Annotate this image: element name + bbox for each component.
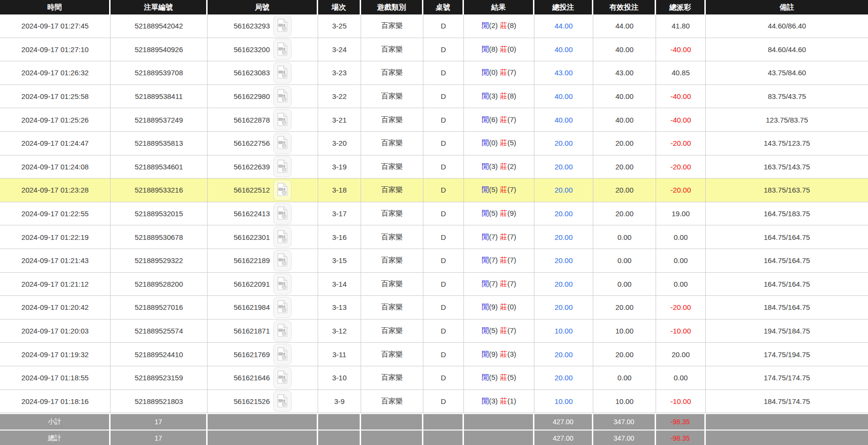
remark-cell: 163.75/143.75 <box>706 155 868 179</box>
time-cell: 2024-09-17 01:22:19 <box>0 225 111 249</box>
video-replay-button[interactable] <box>273 320 292 342</box>
video-replay-button[interactable] <box>273 156 292 177</box>
table-header: 時間注單編號局號場次遊戲類別桌號結果總投注有效投注總派彩備註 <box>0 0 868 14</box>
table-no-cell: D <box>423 225 464 249</box>
total-bet-link[interactable]: 40.00 <box>555 45 573 54</box>
player-points: (3) <box>489 92 498 101</box>
video-file-icon <box>277 370 288 385</box>
round-id-cell: 561621984 <box>208 296 318 319</box>
video-file-icon <box>277 136 288 151</box>
round-id-cell: 561621526 <box>208 390 318 413</box>
video-replay-button[interactable] <box>273 367 292 389</box>
banker-label: 莊 <box>500 92 507 101</box>
video-file-icon <box>277 42 288 57</box>
player-label: 閒 <box>482 303 489 312</box>
banker-points: (3) <box>507 350 516 359</box>
total-bet-cell: 40.00 <box>534 85 593 108</box>
game-type-cell: 百家樂 <box>361 108 423 131</box>
table-row[interactable]: 2024-09-17 01:18:55521889523159561621646… <box>0 366 868 390</box>
total-payout-cell: 0.00 <box>656 273 706 296</box>
video-file-icon <box>277 230 288 245</box>
session-cell: 3-25 <box>318 14 361 38</box>
table-row[interactable]: 2024-09-17 01:20:42521889527016561621984… <box>0 296 868 320</box>
total-bet-link[interactable]: 20.00 <box>555 256 573 264</box>
time-cell: 2024-09-17 01:24:47 <box>0 132 111 155</box>
player-points: (2) <box>489 21 498 30</box>
round-id-cell: 561622189 <box>208 249 318 272</box>
table-row[interactable]: 2024-09-17 01:25:58521889538411561622980… <box>0 85 868 109</box>
player-points: (9) <box>489 303 498 312</box>
table-row[interactable]: 2024-09-17 01:25:26521889537249561622878… <box>0 108 868 132</box>
table-row[interactable]: 2024-09-17 01:27:45521889542042561623293… <box>0 14 868 38</box>
time-cell: 2024-09-17 01:20:03 <box>0 320 111 343</box>
video-replay-button[interactable] <box>273 62 292 83</box>
video-replay-button[interactable] <box>273 390 292 412</box>
total-bet-link[interactable]: 20.00 <box>555 233 573 241</box>
table-row[interactable]: 2024-09-17 01:23:28521889533216561622512… <box>0 179 868 202</box>
total-bet-link[interactable]: 20.00 <box>555 374 573 382</box>
round-id-value: 561622639 <box>234 163 270 171</box>
total-bet-link[interactable]: 10.00 <box>555 327 573 335</box>
total-bet-link[interactable]: 20.00 <box>555 186 573 194</box>
video-replay-button[interactable] <box>273 180 292 201</box>
records-table: 時間注單編號局號場次遊戲類別桌號結果總投注有效投注總派彩備註 2024-09-1… <box>0 0 868 445</box>
video-replay-button[interactable] <box>273 273 292 294</box>
session-cell: 3-19 <box>318 155 361 179</box>
table-row[interactable]: 2024-09-17 01:20:03521889525574561621871… <box>0 320 868 343</box>
session-cell: 3-10 <box>318 366 361 389</box>
result-cell: 閒(5)莊(7) <box>464 320 534 343</box>
table-row[interactable]: 2024-09-17 01:27:10521889540926561623200… <box>0 38 868 62</box>
total-bet-link[interactable]: 40.00 <box>555 92 573 100</box>
video-replay-button[interactable] <box>273 203 292 224</box>
round-id-cell: 561622512 <box>208 179 318 202</box>
table-row[interactable]: 2024-09-17 01:21:12521889528200561622091… <box>0 273 868 296</box>
total-bet-link[interactable]: 20.00 <box>555 139 573 147</box>
table-no-cell: D <box>423 320 464 343</box>
total-bet-link[interactable]: 20.00 <box>555 280 573 288</box>
table-row[interactable]: 2024-09-17 01:24:08521889534601561622639… <box>0 155 868 179</box>
video-replay-button[interactable] <box>273 133 292 154</box>
total-bet-link[interactable]: 20.00 <box>555 163 573 171</box>
banker-points: (0) <box>507 303 516 312</box>
result-cell: 閒(2)莊(8) <box>464 14 534 38</box>
session-cell: 3-17 <box>318 202 361 225</box>
video-replay-button[interactable] <box>273 250 292 271</box>
video-replay-button[interactable] <box>273 226 292 248</box>
table-row[interactable]: 2024-09-17 01:19:32521889524410561621769… <box>0 343 868 366</box>
video-replay-button[interactable] <box>273 15 292 37</box>
table-row[interactable]: 2024-09-17 01:22:55521889532015561622413… <box>0 202 868 226</box>
remark-cell: 44.60/86.40 <box>706 14 868 38</box>
total-bet-link[interactable]: 20.00 <box>555 303 573 311</box>
player-points: (9) <box>489 350 498 359</box>
total-payout-cell: -20.00 <box>656 155 706 179</box>
total-bet-link[interactable]: 10.00 <box>555 397 573 405</box>
player-points: (7) <box>489 256 498 265</box>
video-replay-button[interactable] <box>273 39 292 60</box>
total-bet-link[interactable]: 43.00 <box>555 69 573 77</box>
total-bet-link[interactable]: 20.00 <box>555 209 573 218</box>
footer-row-subtotal: 小計17427.00347.00-98.35 <box>0 414 868 430</box>
video-replay-button[interactable] <box>273 344 292 365</box>
table-row[interactable]: 2024-09-17 01:21:43521889529322561622189… <box>0 249 868 273</box>
total-bet-link[interactable]: 40.00 <box>555 116 573 124</box>
video-replay-button[interactable] <box>273 86 292 107</box>
video-replay-button[interactable] <box>273 297 292 318</box>
table-no-cell: D <box>423 132 464 155</box>
total-payout-cell: -40.00 <box>656 85 706 108</box>
result-cell: 閒(3)莊(1) <box>464 390 534 413</box>
time-cell: 2024-09-17 01:18:55 <box>0 366 111 389</box>
footer-empty <box>208 414 318 430</box>
table-footer: 小計17427.00347.00-98.35總計17427.00347.00-9… <box>0 414 868 445</box>
video-replay-button[interactable] <box>273 109 292 130</box>
valid-bet-cell: 20.00 <box>593 343 656 366</box>
total-bet-link[interactable]: 44.00 <box>555 22 573 30</box>
total-payout-cell: -40.00 <box>656 38 706 61</box>
table-row[interactable]: 2024-09-17 01:18:16521889521803561621526… <box>0 390 868 414</box>
total-bet-link[interactable]: 20.00 <box>555 350 573 359</box>
session-cell: 3-12 <box>318 320 361 343</box>
table-row[interactable]: 2024-09-17 01:26:32521889539708561623083… <box>0 61 868 85</box>
bet-id-cell: 521889523159 <box>111 366 208 389</box>
table-row[interactable]: 2024-09-17 01:22:19521889530678561622301… <box>0 225 868 249</box>
table-row[interactable]: 2024-09-17 01:24:47521889535813561622756… <box>0 132 868 155</box>
banker-points: (0) <box>507 45 516 54</box>
